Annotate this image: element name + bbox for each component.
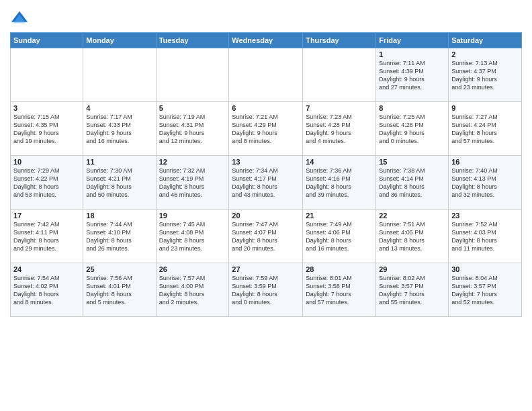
calendar-cell: 12Sunrise: 7:32 AM Sunset: 4:19 PM Dayli… <box>156 156 229 210</box>
calendar-week-5: 24Sunrise: 7:54 AM Sunset: 4:02 PM Dayli… <box>11 263 522 317</box>
calendar-header: SundayMondayTuesdayWednesdayThursdayFrid… <box>11 33 522 48</box>
day-number: 22 <box>379 212 445 220</box>
day-number: 21 <box>306 212 373 220</box>
day-info: Sunrise: 7:42 AM Sunset: 4:11 PM Dayligh… <box>13 220 80 253</box>
calendar-cell: 20Sunrise: 7:47 AM Sunset: 4:07 PM Dayli… <box>229 210 303 263</box>
day-info: Sunrise: 7:44 AM Sunset: 4:10 PM Dayligh… <box>86 220 152 253</box>
day-number: 25 <box>86 265 152 273</box>
day-number: 4 <box>86 104 152 112</box>
day-info: Sunrise: 7:47 AM Sunset: 4:07 PM Dayligh… <box>232 220 300 253</box>
day-number: 28 <box>306 265 373 273</box>
calendar-week-1: 1Sunrise: 7:11 AM Sunset: 4:39 PM Daylig… <box>11 48 522 102</box>
calendar-cell: 18Sunrise: 7:44 AM Sunset: 4:10 PM Dayli… <box>83 210 156 263</box>
day-number: 7 <box>306 104 373 112</box>
calendar-body: 1Sunrise: 7:11 AM Sunset: 4:39 PM Daylig… <box>11 48 522 317</box>
calendar-table: SundayMondayTuesdayWednesdayThursdayFrid… <box>10 32 522 317</box>
logo-icon <box>10 9 29 28</box>
day-header-thursday: Thursday <box>303 33 376 48</box>
header <box>10 7 522 28</box>
day-number: 3 <box>13 104 80 112</box>
header-row: SundayMondayTuesdayWednesdayThursdayFrid… <box>11 33 522 48</box>
day-info: Sunrise: 7:21 AM Sunset: 4:29 PM Dayligh… <box>232 113 300 146</box>
calendar-page: SundayMondayTuesdayWednesdayThursdayFrid… <box>0 0 532 411</box>
calendar-cell: 15Sunrise: 7:38 AM Sunset: 4:14 PM Dayli… <box>376 156 449 210</box>
calendar-cell: 26Sunrise: 7:57 AM Sunset: 4:00 PM Dayli… <box>156 263 229 317</box>
day-info: Sunrise: 7:17 AM Sunset: 4:33 PM Dayligh… <box>86 113 152 146</box>
day-number: 27 <box>232 265 300 273</box>
calendar-cell: 10Sunrise: 7:29 AM Sunset: 4:22 PM Dayli… <box>11 156 83 210</box>
day-header-tuesday: Tuesday <box>156 33 229 48</box>
calendar-cell: 22Sunrise: 7:51 AM Sunset: 4:05 PM Dayli… <box>376 210 449 263</box>
day-info: Sunrise: 7:19 AM Sunset: 4:31 PM Dayligh… <box>159 113 226 146</box>
calendar-cell: 3Sunrise: 7:15 AM Sunset: 4:35 PM Daylig… <box>11 102 83 156</box>
day-info: Sunrise: 7:27 AM Sunset: 4:24 PM Dayligh… <box>451 113 519 146</box>
calendar-cell: 13Sunrise: 7:34 AM Sunset: 4:17 PM Dayli… <box>229 156 303 210</box>
logo <box>10 9 32 28</box>
day-info: Sunrise: 8:02 AM Sunset: 3:57 PM Dayligh… <box>379 274 445 307</box>
day-info: Sunrise: 7:30 AM Sunset: 4:21 PM Dayligh… <box>86 167 152 199</box>
day-number: 9 <box>451 104 519 112</box>
day-number: 18 <box>86 212 152 220</box>
day-info: Sunrise: 7:56 AM Sunset: 4:01 PM Dayligh… <box>86 274 152 307</box>
day-number: 23 <box>451 212 519 220</box>
calendar-cell: 25Sunrise: 7:56 AM Sunset: 4:01 PM Dayli… <box>83 263 156 317</box>
day-header-wednesday: Wednesday <box>229 33 303 48</box>
day-info: Sunrise: 7:52 AM Sunset: 4:03 PM Dayligh… <box>451 220 519 253</box>
calendar-cell: 6Sunrise: 7:21 AM Sunset: 4:29 PM Daylig… <box>229 102 303 156</box>
day-info: Sunrise: 7:59 AM Sunset: 3:59 PM Dayligh… <box>232 274 300 307</box>
calendar-cell <box>229 48 303 102</box>
calendar-cell: 19Sunrise: 7:45 AM Sunset: 4:08 PM Dayli… <box>156 210 229 263</box>
calendar-cell: 28Sunrise: 8:01 AM Sunset: 3:58 PM Dayli… <box>303 263 376 317</box>
day-info: Sunrise: 7:25 AM Sunset: 4:26 PM Dayligh… <box>379 113 445 146</box>
calendar-cell: 11Sunrise: 7:30 AM Sunset: 4:21 PM Dayli… <box>83 156 156 210</box>
calendar-cell: 7Sunrise: 7:23 AM Sunset: 4:28 PM Daylig… <box>303 102 376 156</box>
calendar-cell: 2Sunrise: 7:13 AM Sunset: 4:37 PM Daylig… <box>449 48 522 102</box>
day-number: 20 <box>232 212 300 220</box>
day-number: 24 <box>13 265 80 273</box>
calendar-cell: 24Sunrise: 7:54 AM Sunset: 4:02 PM Dayli… <box>11 263 83 317</box>
day-number: 1 <box>379 50 445 58</box>
calendar-cell: 17Sunrise: 7:42 AM Sunset: 4:11 PM Dayli… <box>11 210 83 263</box>
calendar-cell: 30Sunrise: 8:04 AM Sunset: 3:57 PM Dayli… <box>449 263 522 317</box>
day-number: 29 <box>379 265 445 273</box>
day-number: 10 <box>13 158 80 166</box>
day-info: Sunrise: 7:11 AM Sunset: 4:39 PM Dayligh… <box>379 59 445 92</box>
day-info: Sunrise: 8:04 AM Sunset: 3:57 PM Dayligh… <box>451 274 519 307</box>
day-number: 17 <box>13 212 80 220</box>
day-number: 12 <box>159 158 226 166</box>
calendar-cell: 21Sunrise: 7:49 AM Sunset: 4:06 PM Dayli… <box>303 210 376 263</box>
calendar-cell: 5Sunrise: 7:19 AM Sunset: 4:31 PM Daylig… <box>156 102 229 156</box>
calendar-cell: 14Sunrise: 7:36 AM Sunset: 4:16 PM Dayli… <box>303 156 376 210</box>
day-number: 6 <box>232 104 300 112</box>
day-header-saturday: Saturday <box>449 33 522 48</box>
day-info: Sunrise: 7:38 AM Sunset: 4:14 PM Dayligh… <box>379 167 445 199</box>
day-number: 26 <box>159 265 226 273</box>
calendar-cell: 23Sunrise: 7:52 AM Sunset: 4:03 PM Dayli… <box>449 210 522 263</box>
day-number: 13 <box>232 158 300 166</box>
calendar-cell <box>156 48 229 102</box>
day-info: Sunrise: 7:45 AM Sunset: 4:08 PM Dayligh… <box>159 220 226 253</box>
calendar-week-4: 17Sunrise: 7:42 AM Sunset: 4:11 PM Dayli… <box>11 210 522 263</box>
day-number: 8 <box>379 104 445 112</box>
day-header-monday: Monday <box>83 33 156 48</box>
day-info: Sunrise: 7:36 AM Sunset: 4:16 PM Dayligh… <box>306 167 373 199</box>
day-number: 11 <box>86 158 152 166</box>
day-header-sunday: Sunday <box>11 33 83 48</box>
day-info: Sunrise: 7:29 AM Sunset: 4:22 PM Dayligh… <box>13 167 80 199</box>
calendar-cell <box>303 48 376 102</box>
calendar-cell <box>83 48 156 102</box>
day-number: 16 <box>451 158 519 166</box>
calendar-cell: 8Sunrise: 7:25 AM Sunset: 4:26 PM Daylig… <box>376 102 449 156</box>
calendar-cell: 16Sunrise: 7:40 AM Sunset: 4:13 PM Dayli… <box>449 156 522 210</box>
day-number: 19 <box>159 212 226 220</box>
calendar-cell <box>11 48 83 102</box>
day-info: Sunrise: 7:23 AM Sunset: 4:28 PM Dayligh… <box>306 113 373 146</box>
day-info: Sunrise: 7:34 AM Sunset: 4:17 PM Dayligh… <box>232 167 300 199</box>
calendar-cell: 29Sunrise: 8:02 AM Sunset: 3:57 PM Dayli… <box>376 263 449 317</box>
calendar-cell: 1Sunrise: 7:11 AM Sunset: 4:39 PM Daylig… <box>376 48 449 102</box>
day-number: 15 <box>379 158 445 166</box>
calendar-cell: 27Sunrise: 7:59 AM Sunset: 3:59 PM Dayli… <box>229 263 303 317</box>
calendar-week-2: 3Sunrise: 7:15 AM Sunset: 4:35 PM Daylig… <box>11 102 522 156</box>
day-info: Sunrise: 7:40 AM Sunset: 4:13 PM Dayligh… <box>451 167 519 199</box>
day-info: Sunrise: 7:32 AM Sunset: 4:19 PM Dayligh… <box>159 167 226 199</box>
